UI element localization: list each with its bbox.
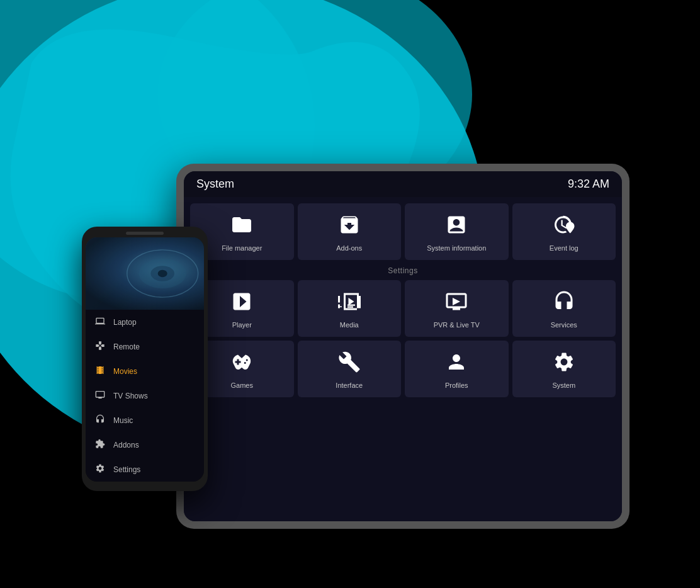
- tv-icon: [445, 290, 468, 316]
- event-log-label: Event log: [550, 244, 579, 252]
- tablet-device: System 9:32 AM File manager Add-ons: [176, 164, 629, 529]
- bottom-grid-row: Games Interface Profiles: [190, 341, 616, 397]
- games-label: Games: [231, 382, 253, 390]
- pvr-live-tv-label: PVR & Live TV: [434, 321, 480, 329]
- tablet-screen: System 9:32 AM File manager Add-ons: [184, 171, 622, 521]
- music-menu-label: Music: [113, 416, 133, 425]
- tablet-content: File manager Add-ons System information: [184, 197, 622, 521]
- puzzle-icon: [94, 439, 106, 451]
- system-label: System: [552, 382, 575, 390]
- svg-point-8: [158, 270, 167, 277]
- remote-icon: [94, 341, 106, 353]
- phone-menu-settings[interactable]: Settings: [86, 457, 204, 482]
- wrench-icon: [338, 351, 361, 376]
- phone-hero-image: [86, 237, 204, 310]
- profiles-label: Profiles: [445, 382, 468, 390]
- interface-label: Interface: [336, 382, 363, 390]
- player-label: Player: [232, 321, 252, 329]
- media-label: Media: [340, 321, 359, 329]
- services-item[interactable]: Services: [512, 280, 616, 337]
- file-manager-label: File manager: [222, 244, 262, 252]
- tablet-time: 9:32 AM: [568, 178, 609, 191]
- system-item[interactable]: System: [512, 341, 616, 397]
- gear-small-icon: [94, 463, 106, 475]
- film-icon: [94, 365, 106, 377]
- chart-icon: [445, 213, 468, 239]
- phone-notch-bar: [86, 232, 204, 235]
- tablet-title: System: [196, 178, 234, 191]
- phone-menu-tv-shows[interactable]: TV Shows: [86, 383, 204, 408]
- event-log-item[interactable]: Event log: [512, 203, 616, 260]
- media-item[interactable]: Media: [298, 280, 402, 337]
- system-information-item[interactable]: System information: [405, 203, 509, 260]
- gear-tools-icon: [553, 351, 575, 376]
- add-ons-label: Add-ons: [336, 244, 362, 252]
- phone-menu-music[interactable]: Music: [86, 408, 204, 433]
- profiles-item[interactable]: Profiles: [405, 341, 509, 397]
- phone-screen: Laptop Remote Movies TV Sh: [86, 237, 204, 482]
- monitor-icon: [94, 390, 106, 402]
- settings-menu-label: Settings: [113, 465, 140, 474]
- hero-art: [86, 237, 204, 310]
- top-grid-row: File manager Add-ons System information: [190, 203, 616, 260]
- phone-menu-movies[interactable]: Movies: [86, 359, 204, 383]
- remote-menu-label: Remote: [113, 342, 140, 351]
- pvr-live-tv-item[interactable]: PVR & Live TV: [405, 280, 509, 337]
- gamepad-icon: [230, 351, 253, 376]
- headphones-icon: [94, 414, 106, 426]
- middle-grid-row: Player Media PVR & Live TV: [190, 280, 616, 337]
- clock-search-icon: [553, 213, 575, 239]
- phone-notch: [126, 232, 164, 235]
- settings-section-label: Settings: [190, 264, 616, 276]
- tablet-header: System 9:32 AM: [184, 171, 622, 197]
- person-icon: [445, 351, 468, 376]
- laptop-menu-label: Laptop: [113, 318, 137, 327]
- media-icon: [338, 290, 361, 316]
- phone-menu-laptop[interactable]: Laptop: [86, 310, 204, 334]
- folder-icon: [230, 213, 253, 239]
- phone-menu-addons[interactable]: Addons: [86, 433, 204, 457]
- tv-shows-menu-label: TV Shows: [113, 392, 148, 400]
- phone-hero: [86, 237, 204, 310]
- services-label: Services: [551, 321, 577, 329]
- laptop-icon: [94, 316, 106, 328]
- phone-menu: Laptop Remote Movies TV Sh: [86, 310, 204, 482]
- add-ons-item[interactable]: Add-ons: [298, 203, 402, 260]
- addons-menu-label: Addons: [113, 441, 139, 449]
- system-information-label: System information: [427, 244, 486, 252]
- svg-rect-4: [347, 306, 353, 307]
- play-icon: [230, 290, 253, 316]
- podcast-icon: [553, 290, 575, 316]
- box-icon: [338, 213, 361, 239]
- interface-item[interactable]: Interface: [298, 341, 402, 397]
- phone-menu-remote[interactable]: Remote: [86, 334, 204, 359]
- phone-device: Laptop Remote Movies TV Sh: [82, 227, 208, 491]
- movies-menu-label: Movies: [113, 367, 137, 376]
